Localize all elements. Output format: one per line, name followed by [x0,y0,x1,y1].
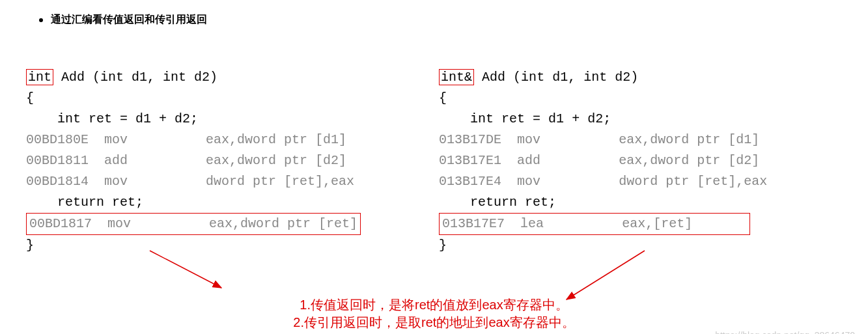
left-signature: Add (int d1, int d2) [53,70,217,85]
bullet-item: 通过汇编看传值返回和传引用返回 [39,13,842,27]
left-asm-return-box: 00BD1817 mov eax,dword ptr [ret] [26,213,361,235]
right-asm-1: 013B17DE mov eax,dword ptr [d1] [439,132,759,147]
left-brace-open: { [26,90,34,105]
bullet-dot-icon [39,18,43,22]
code-panels: int Add (int d1, int d2) { int ret = d1 … [26,46,842,277]
right-return-type-box: int& [439,69,474,85]
left-body: int ret = d1 + d2; [26,111,198,126]
right-signature: Add (int d1, int d2) [474,70,638,85]
left-asm-3: 00BD1814 mov dword ptr [ret],eax [26,174,354,189]
right-body: int ret = d1 + d2; [439,111,611,126]
annotation-1: 1.传值返回时，是将ret的值放到eax寄存器中。 [26,296,842,314]
right-asm-3: 013B17E4 mov dword ptr [ret],eax [439,174,767,189]
left-return: return ret; [26,195,143,210]
left-asm-2: 00BD1811 add eax,dword ptr [d2] [26,153,346,168]
right-return: return ret; [439,195,556,210]
right-brace-close: } [439,238,447,253]
right-asm-return-box: 013B17E7 lea eax,[ret] [439,213,750,235]
annotation-2: 2.传引用返回时，是取ret的地址到eax寄存器中。 [26,314,842,331]
annotations: 1.传值返回时，是将ret的值放到eax寄存器中。 2.传引用返回时，是取ret… [26,296,842,331]
left-brace-close: } [26,238,34,253]
left-asm-1: 00BD180E mov eax,dword ptr [d1] [26,132,346,147]
left-code-panel: int Add (int d1, int d2) { int ret = d1 … [26,46,361,277]
right-brace-open: { [439,90,447,105]
watermark: https://blog.csdn.net/qq_38646470 [715,330,855,334]
right-asm-2: 013B17E1 add eax,dword ptr [d2] [439,153,759,168]
right-code-panel: int& Add (int d1, int d2) { int ret = d1… [439,46,767,277]
left-return-type-box: int [26,69,53,85]
bullet-text: 通过汇编看传值返回和传引用返回 [51,13,207,27]
